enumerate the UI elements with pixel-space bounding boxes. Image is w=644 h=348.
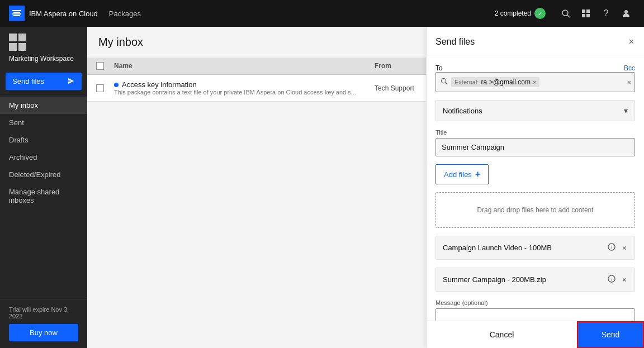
message-textarea[interactable] bbox=[435, 308, 635, 321]
completed-status: 2 completed ✓ bbox=[495, 8, 546, 19]
panel-title: Send files bbox=[435, 37, 475, 47]
send-files-button[interactable]: Send files bbox=[6, 73, 82, 90]
row-name: Access key information bbox=[122, 80, 197, 89]
send-button[interactable]: Send bbox=[577, 321, 644, 348]
svg-text:i: i bbox=[611, 245, 612, 250]
row-description: This package contains a text file of you… bbox=[114, 89, 366, 96]
column-header-name: Name bbox=[114, 62, 366, 70]
workspace-section: Marketing Workspace bbox=[0, 27, 87, 73]
title-label: Title bbox=[435, 129, 635, 136]
file-name-2: Summer Campaign - 200MB.zip bbox=[443, 275, 607, 284]
user-icon[interactable] bbox=[617, 4, 635, 22]
svg-line-5 bbox=[567, 15, 570, 17]
main-layout: Marketing Workspace Send files My inbox … bbox=[0, 27, 644, 348]
to-field-group: To Bcc External: ra > bbox=[435, 64, 635, 92]
notifications-label: Notifications bbox=[443, 107, 482, 115]
file-info-button-2[interactable]: i bbox=[607, 274, 617, 285]
buy-now-button[interactable]: Buy now bbox=[9, 324, 78, 341]
svg-line-12 bbox=[446, 83, 447, 84]
brand-name: IBM Aspera on Cloud bbox=[29, 9, 98, 18]
message-field-group: Message (optional) bbox=[435, 299, 635, 321]
select-all-checkbox[interactable] bbox=[96, 62, 104, 70]
top-navigation: IBM Aspera on Cloud Packages 2 completed… bbox=[0, 0, 644, 27]
recipient-email: >@gmail.com bbox=[489, 78, 531, 86]
sidebar-item-drafts[interactable]: Drafts bbox=[0, 131, 87, 149]
dropzone-text: Drag and drop files here to add content bbox=[477, 206, 593, 214]
title-input[interactable] bbox=[435, 138, 635, 156]
dropzone[interactable]: Drag and drop files here to add content bbox=[435, 192, 635, 228]
ibm-logo bbox=[9, 6, 25, 21]
file-remove-button-1[interactable]: × bbox=[621, 242, 628, 254]
svg-rect-3 bbox=[13, 15, 20, 16]
chevron-down-icon: ▾ bbox=[624, 106, 628, 115]
svg-rect-0 bbox=[12, 10, 21, 11]
file-info-button-1[interactable]: i bbox=[607, 242, 617, 254]
recipient-remove-button[interactable]: × bbox=[533, 79, 536, 85]
svg-point-10 bbox=[624, 10, 628, 13]
svg-point-4 bbox=[562, 10, 568, 16]
file-item-1: Campaign Launch Video - 100MB i × bbox=[435, 236, 635, 260]
unread-indicator bbox=[114, 83, 119, 87]
panel-close-button[interactable]: × bbox=[628, 36, 635, 48]
file-name-1: Campaign Launch Video - 100MB bbox=[443, 244, 607, 252]
content-area: My inbox Name From Access key informatio… bbox=[87, 27, 644, 348]
search-icon[interactable] bbox=[557, 4, 575, 22]
row-name-cell: Access key information This package cont… bbox=[114, 80, 366, 96]
panel-body: To Bcc External: ra > bbox=[427, 55, 644, 321]
svg-rect-8 bbox=[582, 14, 585, 17]
add-files-label: Add files bbox=[444, 170, 472, 179]
completed-text: 2 completed bbox=[495, 9, 531, 17]
to-label: To bbox=[435, 64, 443, 72]
sidebar-navigation: My inbox Sent Drafts Archived Deleted/Ex… bbox=[0, 97, 87, 299]
sidebar-item-my-inbox[interactable]: My inbox bbox=[0, 97, 87, 114]
row-checkbox[interactable] bbox=[96, 84, 104, 92]
send-files-panel: Send files × To Bcc bbox=[426, 27, 644, 348]
sidebar: Marketing Workspace Send files My inbox … bbox=[0, 27, 87, 348]
plus-icon: + bbox=[475, 169, 480, 179]
svg-rect-7 bbox=[586, 9, 590, 13]
completed-badge: ✓ bbox=[534, 8, 546, 19]
send-icon bbox=[67, 77, 75, 85]
file-actions-2: i × bbox=[607, 274, 628, 285]
svg-rect-1 bbox=[13, 12, 20, 13]
panel-header: Send files × bbox=[427, 27, 644, 55]
panel-footer: Cancel Send bbox=[427, 321, 644, 348]
sidebar-item-archived[interactable]: Archived bbox=[0, 149, 87, 166]
sidebar-bottom: Trial will expire Nov 3, 2022 Buy now bbox=[0, 299, 87, 348]
recipient-tag: External: ra >@gmail.com × bbox=[451, 77, 539, 87]
bcc-link[interactable]: Bcc bbox=[624, 64, 635, 72]
svg-rect-6 bbox=[582, 9, 585, 13]
recipient-external-label: External: bbox=[454, 79, 479, 85]
workspace-name: Marketing Workspace bbox=[9, 55, 74, 64]
to-header: To Bcc bbox=[435, 64, 635, 72]
sidebar-item-deleted-expired[interactable]: Deleted/Expired bbox=[0, 166, 87, 183]
add-files-section: Add files + bbox=[435, 164, 635, 184]
sidebar-item-sent[interactable]: Sent bbox=[0, 114, 87, 131]
file-actions-1: i × bbox=[607, 242, 628, 254]
trial-text: Trial will expire Nov 3, 2022 bbox=[9, 306, 78, 320]
recipient-clear-button[interactable]: × bbox=[627, 78, 631, 87]
sidebar-item-manage-shared[interactable]: Manage shared inboxes bbox=[0, 183, 87, 209]
svg-point-11 bbox=[442, 79, 446, 83]
svg-text:i: i bbox=[611, 277, 612, 282]
svg-rect-2 bbox=[12, 13, 21, 15]
cancel-button[interactable]: Cancel bbox=[427, 322, 577, 347]
message-label: Message (optional) bbox=[435, 299, 635, 306]
send-files-label: Send files bbox=[12, 77, 44, 85]
nav-icons: ? bbox=[557, 4, 635, 22]
recipient-input[interactable]: External: ra >@gmail.com × × bbox=[435, 72, 635, 92]
workspace-icon bbox=[9, 34, 27, 51]
recipient-name: ra bbox=[481, 78, 487, 86]
packages-link[interactable]: Packages bbox=[109, 9, 141, 18]
svg-rect-9 bbox=[586, 14, 590, 17]
grid-icon[interactable] bbox=[577, 4, 595, 22]
title-field-group: Title bbox=[435, 129, 635, 156]
file-remove-button-2[interactable]: × bbox=[621, 274, 628, 285]
recipient-search-icon bbox=[441, 78, 448, 87]
notifications-row[interactable]: Notifications ▾ bbox=[435, 100, 635, 121]
help-icon[interactable]: ? bbox=[597, 4, 615, 22]
brand-logo-area: IBM Aspera on Cloud bbox=[9, 6, 98, 21]
add-files-button[interactable]: Add files + bbox=[435, 164, 489, 184]
file-item-2: Summer Campaign - 200MB.zip i × bbox=[435, 268, 635, 292]
